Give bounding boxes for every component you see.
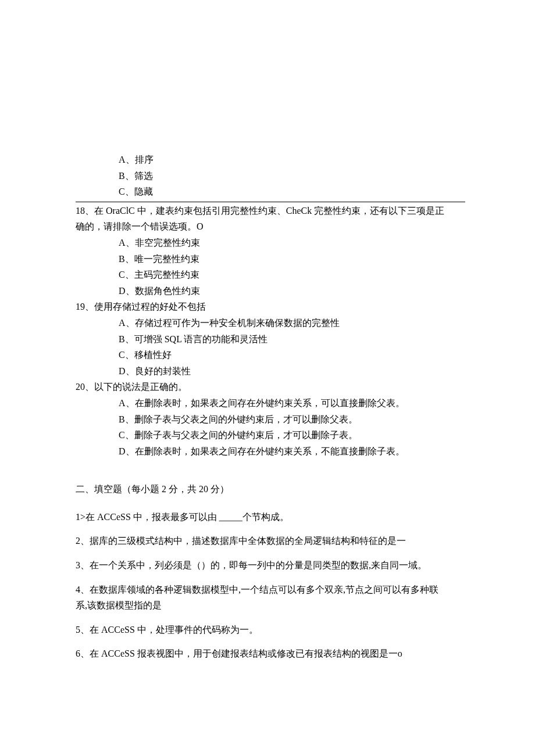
q18-stem-line1: 18、在 OraClC 中，建表约束包括引用完整性约束、CheCk 完整性约束，… bbox=[76, 203, 465, 218]
exam-page: A、排序 B、筛选 C、隐藏 18、在 OraClC 中，建表约束包括引用完整性… bbox=[0, 0, 535, 756]
q19-option-b: B、可增强 SQL 语言的功能和灵活性 bbox=[76, 332, 465, 347]
fill-q3: 3、在一个关系中，列必须是（）的，即每一列中的分量是同类型的数据,来自同一域。 bbox=[76, 558, 465, 573]
q19-option-c: C、移植性好 bbox=[76, 347, 465, 363]
fill-q1: 1>在 ACCeSS 中，报表最多可以由 _____个节构成。 bbox=[76, 510, 465, 525]
q17-option-c: C、隐藏 bbox=[76, 184, 465, 199]
fill-q6: 6、在 ACCeSS 报表视图中，用于创建报表结构或修改已有报表结构的视图是一o bbox=[76, 646, 465, 661]
q20-stem: 20、以下的说法是正确的。 bbox=[76, 379, 465, 395]
fill-q2: 2、据库的三级模式结构中，描述数据库中全体数据的全局逻辑结构和特征的是一 bbox=[76, 533, 465, 549]
q17-option-a: A、排序 bbox=[76, 152, 465, 167]
q20-option-c: C、删除子表与父表之间的外键约束后，才可以删除子表。 bbox=[76, 428, 465, 443]
fill-q5: 5、在 ACCeSS 中，处理事件的代码称为一。 bbox=[76, 622, 465, 637]
q20-option-a: A、在删除表时，如果表之间存在外键约束关系，可以直接删除父表。 bbox=[76, 396, 465, 411]
section-2-title: 二、填空题（每小题 2 分，共 20 分） bbox=[76, 482, 465, 497]
q18-option-c: C、主码完整性约束 bbox=[76, 267, 465, 282]
q17-option-b: B、筛选 bbox=[76, 169, 465, 184]
q18-stem-line2: 确的，请排除一个错误选项。O bbox=[76, 219, 465, 234]
fill-q4-line2: 系,该数据模型指的是 bbox=[76, 598, 465, 613]
q18-option-b: B、唯一完整性约束 bbox=[76, 252, 465, 267]
q20-option-d: D、在删除表时，如果表之间存在外键约束关系，不能直接删除子表。 bbox=[76, 444, 465, 459]
fill-q4-line1: 4、在数据库领域的各种逻辑数据模型中,一个结点可以有多个双亲,节点之间可以有多种… bbox=[76, 582, 465, 597]
divider-line bbox=[76, 202, 465, 202]
q18-option-d: D、数据角色性约束 bbox=[76, 284, 465, 299]
q18-option-a: A、非空完整性约束 bbox=[76, 235, 465, 250]
q20-option-b: B、删除子表与父表之间的外键约束后，才可以删除父表。 bbox=[76, 412, 465, 427]
q19-stem: 19、使用存储过程的好处不包括 bbox=[76, 299, 465, 314]
q19-option-a: A、存储过程可作为一种安全机制来确保数据的完整性 bbox=[76, 316, 465, 331]
q19-option-d: D、良好的封装性 bbox=[76, 364, 465, 379]
